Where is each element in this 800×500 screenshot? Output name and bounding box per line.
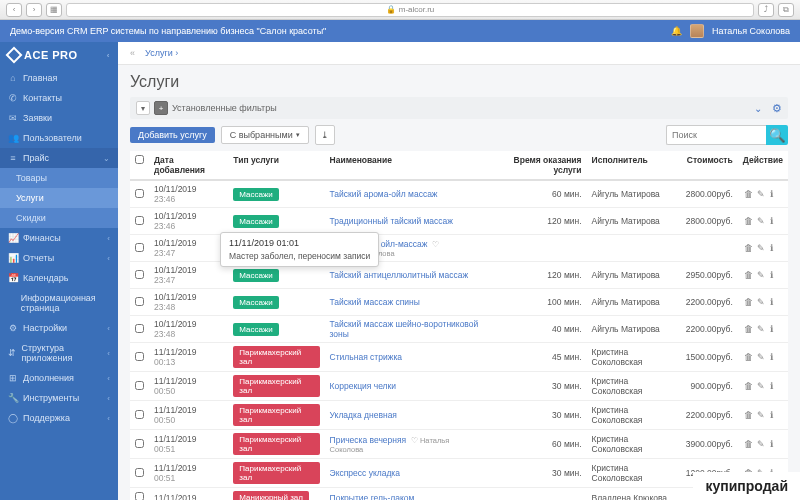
type-badge[interactable]: Массажи: [233, 296, 278, 309]
type-badge[interactable]: Парикмахерский зал: [233, 404, 319, 426]
sidebar-item[interactable]: 📅Календарь: [0, 268, 118, 288]
edit-icon[interactable]: ✎: [757, 324, 765, 334]
info-icon[interactable]: ℹ: [770, 297, 773, 307]
forward-button[interactable]: ›: [26, 3, 42, 17]
row-checkbox[interactable]: [135, 352, 144, 361]
edit-icon[interactable]: ✎: [757, 189, 765, 199]
info-icon[interactable]: ℹ: [770, 189, 773, 199]
info-icon[interactable]: ℹ: [770, 270, 773, 280]
name-link[interactable]: Укладка дневная: [330, 410, 397, 420]
sidebar-item[interactable]: ⌂Главная: [0, 68, 118, 88]
row-checkbox[interactable]: [135, 410, 144, 419]
col-name[interactable]: Наименование: [325, 151, 489, 180]
edit-icon[interactable]: ✎: [757, 439, 765, 449]
info-icon[interactable]: ℹ: [770, 324, 773, 334]
delete-icon[interactable]: 🗑: [744, 297, 753, 307]
type-badge[interactable]: Парикмахерский зал: [233, 433, 319, 455]
delete-icon[interactable]: 🗑: [744, 243, 753, 253]
logo[interactable]: ACE PRO ‹: [0, 42, 118, 68]
edit-icon[interactable]: ✎: [757, 270, 765, 280]
info-icon[interactable]: ℹ: [770, 243, 773, 253]
name-link[interactable]: Тайский массаж спины: [330, 297, 420, 307]
tabs-button[interactable]: ⧉: [778, 3, 794, 17]
sidebar-item[interactable]: 📊Отчеты‹: [0, 248, 118, 268]
row-checkbox[interactable]: [135, 439, 144, 448]
type-badge[interactable]: Парикмахерский зал: [233, 462, 319, 484]
sidebar-item[interactable]: 🔧Инструменты‹: [0, 388, 118, 408]
name-link[interactable]: Тайский арома-ойл массаж: [330, 189, 438, 199]
sidebar-item[interactable]: ✆Контакты: [0, 88, 118, 108]
row-checkbox[interactable]: [135, 243, 144, 252]
row-checkbox[interactable]: [135, 216, 144, 225]
type-badge[interactable]: Массажи: [233, 215, 278, 228]
col-date[interactable]: Дата добавления: [149, 151, 228, 180]
name-link[interactable]: Тайский антицеллюлитный массаж: [330, 270, 469, 280]
collapse-main-icon[interactable]: «: [130, 48, 135, 58]
collapse-icon[interactable]: ‹: [107, 51, 110, 60]
name-link[interactable]: Коррекция челки: [330, 381, 396, 391]
type-badge[interactable]: Маникюрный зал: [233, 491, 309, 500]
search-button[interactable]: 🔍: [766, 125, 788, 145]
delete-icon[interactable]: 🗑: [744, 189, 753, 199]
info-icon[interactable]: ℹ: [770, 439, 773, 449]
sidebar-subitem[interactable]: Товары: [0, 168, 118, 188]
name-link[interactable]: Экспресс укладка: [330, 468, 400, 478]
sidebar-item[interactable]: Информационная страница: [0, 288, 118, 318]
delete-icon[interactable]: 🗑: [744, 439, 753, 449]
delete-icon[interactable]: 🗑: [744, 352, 753, 362]
edit-icon[interactable]: ✎: [757, 243, 765, 253]
delete-icon[interactable]: 🗑: [744, 324, 753, 334]
chevron-down-icon[interactable]: ⌄: [754, 103, 762, 114]
info-icon[interactable]: ℹ: [770, 216, 773, 226]
row-checkbox[interactable]: [135, 297, 144, 306]
type-badge[interactable]: Парикмахерский зал: [233, 375, 319, 397]
sidebar-item[interactable]: ◯Поддержка‹: [0, 408, 118, 428]
heart-icon[interactable]: ♡: [411, 436, 418, 445]
heart-icon[interactable]: ♡: [432, 240, 439, 249]
col-type[interactable]: Тип услуги: [228, 151, 324, 180]
delete-icon[interactable]: 🗑: [744, 216, 753, 226]
filter-add-button[interactable]: +: [154, 101, 168, 115]
share-button[interactable]: ⤴: [758, 3, 774, 17]
delete-icon[interactable]: 🗑: [744, 270, 753, 280]
sidebar-item[interactable]: 📈Финансы‹: [0, 228, 118, 248]
name-link[interactable]: Стильная стрижка: [330, 352, 403, 362]
url-bar[interactable]: 🔒 m-alcor.ru: [66, 3, 754, 17]
edit-icon[interactable]: ✎: [757, 216, 765, 226]
edit-icon[interactable]: ✎: [757, 297, 765, 307]
sidebar-item[interactable]: ⊞Дополнения‹: [0, 368, 118, 388]
name-link[interactable]: Тайский массаж шейно-воротниковой зоны: [330, 319, 479, 339]
sidebar-item[interactable]: 👥Пользователи: [0, 128, 118, 148]
row-checkbox[interactable]: [135, 492, 144, 500]
type-badge[interactable]: Массажи: [233, 269, 278, 282]
edit-icon[interactable]: ✎: [757, 381, 765, 391]
row-checkbox[interactable]: [135, 381, 144, 390]
info-icon[interactable]: ℹ: [770, 410, 773, 420]
breadcrumb[interactable]: « Услуги ›: [118, 42, 800, 65]
info-icon[interactable]: ℹ: [770, 381, 773, 391]
type-badge[interactable]: Массажи: [233, 323, 278, 336]
bell-icon[interactable]: 🔔: [671, 26, 682, 36]
avatar[interactable]: [690, 24, 704, 38]
delete-icon[interactable]: 🗑: [744, 410, 753, 420]
col-exec[interactable]: Исполнитель: [587, 151, 681, 180]
type-badge[interactable]: Массажи: [233, 188, 278, 201]
select-all-checkbox[interactable]: [135, 155, 144, 164]
row-checkbox[interactable]: [135, 324, 144, 333]
type-badge[interactable]: Парикмахерский зал: [233, 346, 319, 368]
sidebar-item[interactable]: ≡Прайс⌄: [0, 148, 118, 168]
sidebar-item[interactable]: ✉Заявки: [0, 108, 118, 128]
search-input[interactable]: [666, 125, 766, 145]
name-link[interactable]: Покрытие гель-лаком: [330, 493, 415, 500]
name-link[interactable]: Прическа вечерняя: [330, 435, 407, 445]
col-duration[interactable]: Время оказания услуги: [488, 151, 586, 180]
add-button[interactable]: Добавить услугу: [130, 127, 215, 143]
row-checkbox[interactable]: [135, 270, 144, 279]
row-checkbox[interactable]: [135, 468, 144, 477]
sidebar-subitem[interactable]: Услуги: [0, 188, 118, 208]
info-icon[interactable]: ℹ: [770, 352, 773, 362]
panel-button[interactable]: ▦: [46, 3, 62, 17]
sidebar-item[interactable]: ⇵Структура приложения‹: [0, 338, 118, 368]
filter-collapse-button[interactable]: ▾: [136, 101, 150, 115]
row-checkbox[interactable]: [135, 189, 144, 198]
